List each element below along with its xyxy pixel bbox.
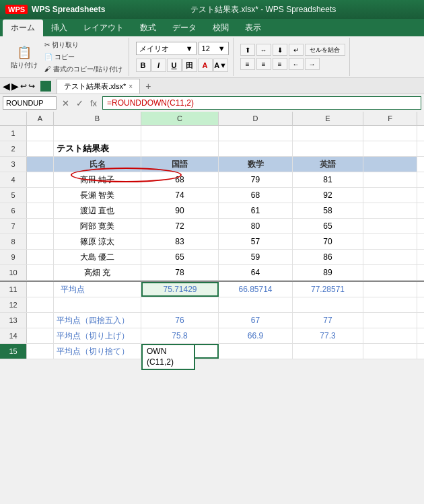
align-top-button[interactable]: ⬆ [240,44,255,56]
cell-c4[interactable]: 68 [141,172,219,187]
cell-c12[interactable] [141,297,219,312]
font-name-box[interactable]: メイリオ▼ [136,42,197,55]
font-color-button[interactable]: A▼ [213,59,228,72]
bold-button[interactable]: B [136,59,151,72]
tab-layout[interactable]: レイアウト [75,20,132,36]
cell-c8[interactable]: 83 [141,234,219,249]
cell-f7[interactable] [363,219,417,233]
indent-increase-button[interactable]: → [305,58,320,70]
cell-a10[interactable] [27,265,54,280]
col-header-c[interactable]: C [141,112,219,125]
cell-b3[interactable]: 氏名 [54,157,141,172]
cell-f6[interactable] [363,203,417,218]
cell-e1[interactable] [293,126,363,141]
cell-d2[interactable] [219,141,293,156]
cell-b10[interactable]: 高畑 充 [54,265,141,280]
cell-c6[interactable]: 90 [141,203,219,218]
format-copy-button[interactable]: 🖌 書式のコピー/貼り付け [42,64,125,75]
tab-view[interactable]: 表示 [237,20,269,36]
tab-home[interactable]: ホーム [3,20,43,36]
cell-d4[interactable]: 79 [219,172,293,187]
cell-d11[interactable]: 66.85714 [219,282,293,297]
cell-e14[interactable]: 77.3 [293,328,363,343]
formula-input[interactable]: =ROUNDDOWN(C11,2) [102,96,421,110]
border-button[interactable]: 田 [182,59,197,72]
cell-c9[interactable]: 65 [141,250,219,264]
underline-button[interactable]: U [167,59,182,72]
cell-d5[interactable]: 68 [219,188,293,203]
font-size-box[interactable]: 12▼ [199,42,229,55]
cell-c10[interactable]: 78 [141,265,219,280]
cell-a11[interactable] [27,282,54,297]
cell-a2[interactable] [27,141,54,156]
cell-b4[interactable]: 高田 純子 [54,172,141,187]
italic-button[interactable]: I [151,59,166,72]
cell-f11[interactable] [363,282,417,297]
cell-c14[interactable]: 75.8 [141,328,219,343]
forward-btn[interactable]: ▶ [11,81,19,92]
tab-add-btn[interactable]: + [145,81,151,92]
cell-d9[interactable]: 59 [219,250,293,264]
cell-b9[interactable]: 大島 優二 [54,250,141,264]
refresh-btn2[interactable]: ↪ [28,81,35,91]
cell-a5[interactable] [27,188,54,203]
cell-a14[interactable] [27,328,54,343]
cell-e10[interactable]: 89 [293,265,363,280]
align-bottom-button[interactable]: ⬇ [273,44,287,56]
cell-f12[interactable] [363,297,417,312]
cell-c13[interactable]: 76 [141,313,219,328]
cell-e5[interactable]: 92 [293,188,363,203]
align-left-button[interactable]: ≡ [240,58,255,70]
col-header-d[interactable]: D [219,112,293,125]
cell-d13[interactable]: 67 [219,313,293,328]
cell-d6[interactable]: 61 [219,203,293,218]
cell-b12[interactable] [54,297,141,312]
align-middle-button[interactable]: ↔ [256,44,271,56]
cell-b6[interactable]: 渡辺 直也 [54,203,141,218]
tab-formula[interactable]: 数式 [132,20,164,36]
align-right-button[interactable]: ≡ [273,58,287,70]
wrap-text-button[interactable]: ↵ [289,44,304,56]
cell-d3[interactable]: 数学 [219,157,293,172]
cell-d7[interactable]: 80 [219,219,293,233]
cell-a1[interactable] [27,126,54,141]
cell-d10[interactable]: 64 [219,265,293,280]
align-center-button[interactable]: ≡ [256,58,271,70]
cell-b1[interactable] [54,126,141,141]
merge-button[interactable]: セルを結合 [305,44,345,56]
tab-data[interactable]: データ [164,20,205,36]
cell-a4[interactable] [27,172,54,187]
name-box[interactable]: ROUNDUP [3,96,57,110]
cell-c2[interactable] [141,141,219,156]
col-header-a[interactable]: A [27,112,54,125]
cell-a13[interactable] [27,313,54,328]
fill-color-button[interactable]: A [198,59,213,72]
cell-f5[interactable] [363,188,417,203]
cell-c1[interactable] [141,126,219,141]
tab-close-btn[interactable]: × [129,83,133,90]
col-header-f[interactable]: F [363,112,417,125]
paste-button[interactable]: 📋 貼り付け [8,43,40,71]
cell-e8[interactable]: 70 [293,234,363,249]
cell-c3[interactable]: 国語 [141,157,219,172]
cell-c15[interactable]: OWN (C11,2) [141,344,219,359]
cell-f10[interactable] [363,265,417,280]
col-header-e[interactable]: E [293,112,363,125]
cell-f13[interactable] [363,313,417,328]
cell-f8[interactable] [363,234,417,249]
cell-f14[interactable] [363,328,417,343]
cell-c11[interactable]: 75.71429 [141,282,219,297]
cell-c5[interactable]: 74 [141,188,219,203]
cell-f1[interactable] [363,126,417,141]
cell-b13[interactable]: 平均点（四捨五入） [54,313,141,328]
cell-e15[interactable] [293,344,363,359]
cell-b2[interactable]: テスト結果表 [54,141,141,156]
cell-a9[interactable] [27,250,54,264]
cell-e2[interactable] [293,141,363,156]
cell-b8[interactable]: 篠原 涼太 [54,234,141,249]
cell-e4[interactable]: 81 [293,172,363,187]
cell-c7[interactable]: 72 [141,219,219,233]
copy-button[interactable]: 📄 コピー [42,52,125,63]
cell-e6[interactable]: 58 [293,203,363,218]
cell-d15[interactable] [219,344,293,359]
